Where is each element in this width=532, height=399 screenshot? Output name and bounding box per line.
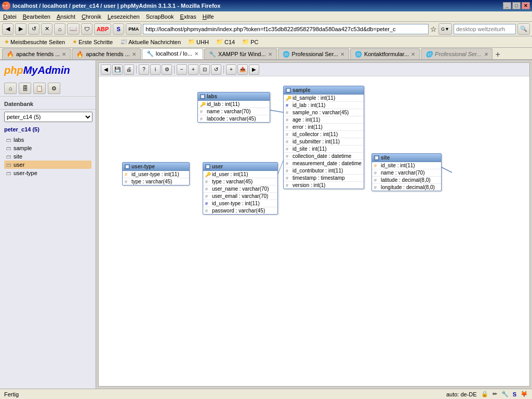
bookmark-label: C14 (224, 39, 235, 45)
bookmark-pc[interactable]: 📁 PC (240, 38, 260, 46)
sidebar-db-button[interactable]: 🗄 (19, 83, 31, 94)
field-icon: # (286, 176, 291, 181)
diag-print-button[interactable]: 🖨 (124, 64, 134, 75)
tab-professional2[interactable]: 🌐 Professional Ser... ✕ (421, 48, 492, 59)
tab-label: apache friends ... (16, 51, 60, 57)
table-diagram-user-type[interactable]: ▣ user-type # id_user-type : int(11) # t… (122, 162, 190, 185)
tab-close-button[interactable]: ✕ (484, 51, 488, 57)
field-text: id_collector : int(11) (292, 131, 338, 137)
sidebar-sql-button[interactable]: 📋 (33, 83, 46, 94)
table-item-labs[interactable]: 🗃 labs (4, 136, 91, 144)
table-diagram-user[interactable]: ▣ user 🔑 id_user : int(11) # type : varc… (203, 162, 278, 215)
main-content: phpMyAdmin ⌂ 🗄 📋 ⚙ Datenbank peter_c14 (… (0, 60, 532, 389)
bookmark-c14[interactable]: 📁 C14 (214, 38, 237, 46)
field-text: name : varchar(70) (207, 109, 250, 114)
tab-close-button[interactable]: ✕ (340, 51, 344, 57)
forward-button[interactable]: ▶ (15, 23, 26, 35)
google-button[interactable]: G▼ (438, 23, 452, 35)
search-input[interactable] (454, 24, 516, 34)
table-header-user: ▣ user (203, 163, 277, 171)
table-diagram-sample[interactable]: ▣ sample 🔑 id_sample : int(11) # id_lab … (283, 86, 364, 189)
table-diagram-labs[interactable]: ▣ labs 🔑 id_lab : int(11) # name : varch… (197, 92, 270, 123)
firefox-status-icon: 🦊 (521, 391, 528, 397)
tab-apache1[interactable]: 🔥 apache friends ... ✕ (2, 48, 71, 59)
diag-zoom-in-button[interactable]: + (188, 64, 198, 75)
field-text: collection_date : datetime (292, 153, 351, 159)
tab-close-button[interactable]: ✕ (268, 51, 272, 57)
spellcheck-button[interactable]: S (113, 23, 124, 35)
bookmark-erste-schritte[interactable]: ★ Erste Schritte (70, 38, 115, 46)
tab-close-button[interactable]: ✕ (194, 51, 198, 57)
search-go-button[interactable]: 🔍 (517, 23, 530, 35)
menu-lesezeichen[interactable]: Lesezeichen (104, 11, 143, 21)
sidebar-home-button[interactable]: ⌂ (4, 83, 17, 94)
tab-close-button[interactable]: ✕ (132, 51, 136, 57)
field-text: version : int(1) (292, 182, 325, 188)
reload-button[interactable]: ↺ (28, 23, 39, 35)
field-text: id_user-type : int(11) (131, 171, 179, 177)
database-select[interactable]: peter_c14 (5) (4, 112, 92, 122)
table-title: sample (292, 87, 310, 93)
diag-zoom-out-button[interactable]: − (177, 64, 187, 75)
maximize-button[interactable]: □ (512, 2, 521, 9)
adblock-button[interactable]: ABP (94, 23, 111, 35)
field-text: latitude : decimal(8,0) (381, 177, 431, 183)
home-button[interactable]: ⌂ (54, 23, 65, 35)
pma-button[interactable]: PMA (126, 23, 141, 35)
diag-forward-button[interactable]: ▶ (249, 64, 259, 75)
diag-save-button[interactable]: 💾 (112, 64, 123, 75)
diag-help-button[interactable]: ? (139, 64, 149, 75)
minimize-button[interactable]: _ (503, 2, 511, 9)
diag-back-button[interactable]: ◀ (101, 64, 111, 75)
favorite-star-button[interactable]: ☆ (430, 25, 437, 33)
diag-separator1 (136, 65, 137, 74)
database-link[interactable]: peter_c14 (5) (0, 124, 96, 135)
sidebar: phpMyAdmin ⌂ 🗄 📋 ⚙ Datenbank peter_c14 (… (0, 60, 96, 389)
tab-professional1[interactable]: 🌐 Professional Ser... ✕ (278, 48, 349, 59)
menu-hilfe[interactable]: Hilfe (200, 11, 217, 21)
tab-xampp[interactable]: 🔧 XAMPP für Wind... ✕ (204, 48, 277, 59)
diag-info-button[interactable]: i (150, 64, 161, 75)
table-name: labs (14, 137, 24, 143)
tab-label: apache friends ... (86, 51, 129, 57)
menu-chronik[interactable]: Chronik (78, 11, 104, 21)
table-header-icon: ▣ (205, 164, 210, 169)
diag-settings-button[interactable]: ⚙ (162, 64, 172, 75)
table-item-user-type[interactable]: 🗃 user-type (4, 169, 91, 177)
table-icon: 🗃 (6, 170, 11, 176)
table-item-sample[interactable]: 🗃 sample (4, 144, 91, 152)
menu-extras[interactable]: Extras (177, 11, 200, 21)
shield-button[interactable]: 🛡 (81, 23, 92, 35)
menu-datei[interactable]: Datei (0, 11, 20, 21)
diag-export-button[interactable]: 📤 (237, 64, 248, 75)
bookmark-meistbesuchte[interactable]: ★ Meistbesuchte Seiten (2, 38, 67, 46)
tab-close-button[interactable]: ✕ (411, 51, 415, 57)
table-item-site[interactable]: 🗃 site (4, 152, 91, 161)
diag-add-button[interactable]: + (226, 64, 236, 75)
menu-ansicht[interactable]: Ansicht (54, 11, 78, 21)
close-button[interactable]: ✕ (522, 2, 530, 9)
diag-fit-button[interactable]: ⊡ (200, 64, 210, 75)
menu-bearbeiten[interactable]: Bearbeiten (20, 11, 54, 21)
table-row: # sample_no : varchar(45) (284, 109, 364, 116)
stop-button[interactable]: ✕ (41, 23, 52, 35)
bookmark-nachrichten[interactable]: 📰 Aktuelle Nachrichten (118, 38, 183, 46)
sidebar-settings-button[interactable]: ⚙ (48, 83, 60, 94)
tab-apache2[interactable]: 🔥 apache friends ... ✕ (72, 48, 140, 59)
table-name: user-type (14, 170, 37, 176)
back-button[interactable]: ◀ (2, 23, 14, 35)
field-text: user_email : varchar(70) (212, 193, 268, 199)
menu-scrapbook[interactable]: ScrapBook (143, 11, 177, 21)
tab-close-button[interactable]: ✕ (62, 51, 66, 57)
new-tab-button[interactable]: + (494, 50, 502, 59)
diag-separator3 (223, 65, 224, 74)
table-item-user[interactable]: 🗃 user (4, 161, 91, 169)
tab-localhost[interactable]: 🔧 localhost / lo... ✕ (142, 48, 203, 59)
tab-kontakt[interactable]: 🌐 Kontaktformular... ✕ (350, 48, 420, 59)
table-diagram-site[interactable]: ▣ site # id_site : int(11) # name : varc… (371, 153, 442, 191)
diagram-area[interactable]: ▣ labs 🔑 id_lab : int(11) # name : varch… (99, 76, 529, 386)
bookmark-uhh[interactable]: 📁 UHH (186, 38, 211, 46)
bookmark-button[interactable]: 📖 (67, 23, 79, 35)
diag-reset-button[interactable]: ↺ (211, 64, 221, 75)
address-input[interactable] (143, 24, 429, 34)
